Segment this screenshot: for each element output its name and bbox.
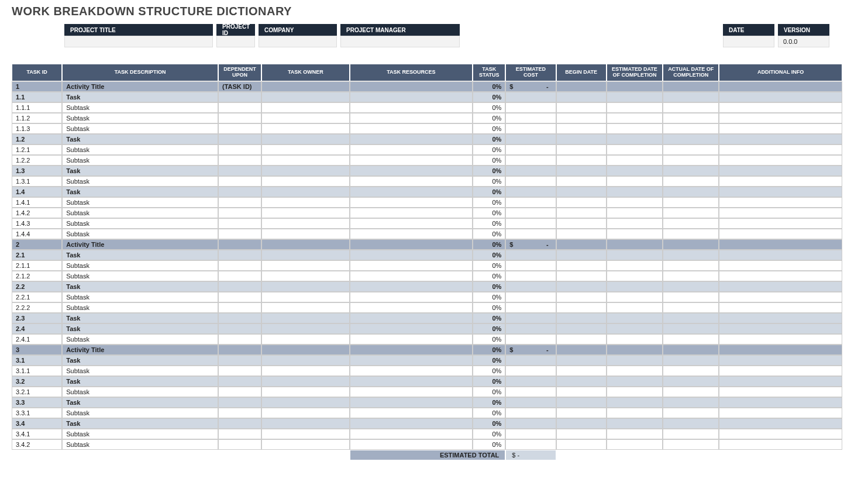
begin-date-cell[interactable] xyxy=(556,102,607,113)
task-id-cell[interactable]: 1.4.1 xyxy=(12,197,62,208)
dependent-upon-cell[interactable] xyxy=(218,355,261,366)
task-owner-cell[interactable] xyxy=(261,429,349,439)
actual-completion-cell[interactable] xyxy=(663,334,719,345)
est-completion-cell[interactable] xyxy=(607,366,663,376)
task-resources-cell[interactable] xyxy=(350,334,473,345)
task-status-cell[interactable]: 0% xyxy=(473,197,505,208)
est-completion-cell[interactable] xyxy=(607,239,663,250)
actual-completion-cell[interactable] xyxy=(663,197,719,208)
estimated-cost-cell[interactable] xyxy=(505,218,556,229)
task-status-cell[interactable]: 0% xyxy=(473,155,505,166)
task-description-cell[interactable]: Task xyxy=(62,187,218,197)
task-status-cell[interactable]: 0% xyxy=(473,302,505,313)
dependent-upon-cell[interactable]: (TASK ID) xyxy=(218,81,261,92)
actual-completion-cell[interactable] xyxy=(663,134,719,144)
additional-info-cell[interactable] xyxy=(719,355,842,366)
task-description-cell[interactable]: Subtask xyxy=(62,302,218,313)
dependent-upon-cell[interactable] xyxy=(218,292,261,302)
estimated-cost-cell[interactable] xyxy=(505,176,556,187)
task-owner-cell[interactable] xyxy=(261,408,349,418)
estimated-cost-cell[interactable] xyxy=(505,292,556,302)
estimated-cost-cell[interactable] xyxy=(505,208,556,218)
additional-info-cell[interactable] xyxy=(719,250,842,260)
task-resources-cell[interactable] xyxy=(350,387,473,397)
task-id-cell[interactable]: 3 xyxy=(12,345,62,355)
estimated-cost-cell[interactable] xyxy=(505,144,556,155)
dependent-upon-cell[interactable] xyxy=(218,250,261,260)
begin-date-cell[interactable] xyxy=(556,92,607,102)
dependent-upon-cell[interactable] xyxy=(218,134,261,144)
additional-info-cell[interactable] xyxy=(719,334,842,345)
table-row[interactable]: 3.2.1Subtask0% xyxy=(12,387,842,397)
est-completion-cell[interactable] xyxy=(607,197,663,208)
additional-info-cell[interactable] xyxy=(719,439,842,450)
est-completion-cell[interactable] xyxy=(607,281,663,292)
dependent-upon-cell[interactable] xyxy=(218,208,261,218)
estimated-cost-cell[interactable] xyxy=(505,302,556,313)
additional-info-cell[interactable] xyxy=(719,408,842,418)
table-row[interactable]: 2Activity Title0%$- xyxy=(12,239,842,250)
actual-completion-cell[interactable] xyxy=(663,102,719,113)
begin-date-cell[interactable] xyxy=(556,166,607,176)
est-completion-cell[interactable] xyxy=(607,323,663,334)
table-row[interactable]: 1.2.2Subtask0% xyxy=(12,155,842,166)
task-owner-cell[interactable] xyxy=(261,281,349,292)
dependent-upon-cell[interactable] xyxy=(218,439,261,450)
task-owner-cell[interactable] xyxy=(261,376,349,387)
task-description-cell[interactable]: Task xyxy=(62,281,218,292)
actual-completion-cell[interactable] xyxy=(663,292,719,302)
begin-date-cell[interactable] xyxy=(556,155,607,166)
actual-completion-cell[interactable] xyxy=(663,345,719,355)
begin-date-cell[interactable] xyxy=(556,113,607,123)
task-resources-cell[interactable] xyxy=(350,439,473,450)
estimated-cost-cell[interactable] xyxy=(505,102,556,113)
task-resources-cell[interactable] xyxy=(350,218,473,229)
estimated-cost-cell[interactable] xyxy=(505,155,556,166)
actual-completion-cell[interactable] xyxy=(663,229,719,239)
additional-info-cell[interactable] xyxy=(719,313,842,323)
dependent-upon-cell[interactable] xyxy=(218,397,261,408)
task-id-cell[interactable]: 2.4.1 xyxy=(12,334,62,345)
task-status-cell[interactable]: 0% xyxy=(473,113,505,123)
task-id-cell[interactable]: 1.4.3 xyxy=(12,218,62,229)
task-id-cell[interactable]: 1.3 xyxy=(12,166,62,176)
est-completion-cell[interactable] xyxy=(607,176,663,187)
task-status-cell[interactable]: 0% xyxy=(473,218,505,229)
project-manager-field[interactable] xyxy=(340,36,460,47)
task-description-cell[interactable]: Subtask xyxy=(62,439,218,450)
task-description-cell[interactable]: Task xyxy=(62,92,218,102)
begin-date-cell[interactable] xyxy=(556,302,607,313)
task-resources-cell[interactable] xyxy=(350,239,473,250)
table-row[interactable]: 1.1.1Subtask0% xyxy=(12,102,842,113)
estimated-cost-cell[interactable] xyxy=(505,366,556,376)
task-status-cell[interactable]: 0% xyxy=(473,334,505,345)
task-status-cell[interactable]: 0% xyxy=(473,429,505,439)
actual-completion-cell[interactable] xyxy=(663,418,719,429)
table-row[interactable]: 1.4.3Subtask0% xyxy=(12,218,842,229)
task-owner-cell[interactable] xyxy=(261,271,349,281)
table-row[interactable]: 3.3.1Subtask0% xyxy=(12,408,842,418)
actual-completion-cell[interactable] xyxy=(663,323,719,334)
est-completion-cell[interactable] xyxy=(607,260,663,271)
task-status-cell[interactable]: 0% xyxy=(473,102,505,113)
task-owner-cell[interactable] xyxy=(261,355,349,366)
task-id-cell[interactable]: 3.4.2 xyxy=(12,439,62,450)
task-owner-cell[interactable] xyxy=(261,208,349,218)
task-description-cell[interactable]: Subtask xyxy=(62,408,218,418)
table-row[interactable]: 3.4.1Subtask0% xyxy=(12,429,842,439)
begin-date-cell[interactable] xyxy=(556,239,607,250)
additional-info-cell[interactable] xyxy=(719,387,842,397)
task-owner-cell[interactable] xyxy=(261,260,349,271)
additional-info-cell[interactable] xyxy=(719,397,842,408)
task-description-cell[interactable]: Subtask xyxy=(62,197,218,208)
task-status-cell[interactable]: 0% xyxy=(473,123,505,134)
company-field[interactable] xyxy=(259,36,337,47)
actual-completion-cell[interactable] xyxy=(663,155,719,166)
task-description-cell[interactable]: Subtask xyxy=(62,366,218,376)
additional-info-cell[interactable] xyxy=(719,81,842,92)
table-row[interactable]: 1.4Task0% xyxy=(12,187,842,197)
est-completion-cell[interactable] xyxy=(607,302,663,313)
est-completion-cell[interactable] xyxy=(607,408,663,418)
table-row[interactable]: 1Activity Title(TASK ID)0%$- xyxy=(12,81,842,92)
estimated-cost-cell[interactable]: $- xyxy=(505,239,556,250)
